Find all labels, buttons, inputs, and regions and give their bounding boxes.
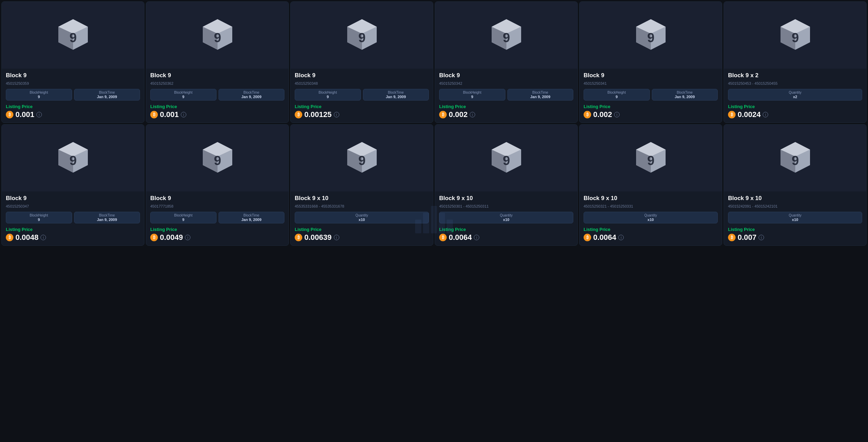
card-tag: Quantityx10	[439, 212, 573, 223]
card-title: Block 9	[295, 72, 429, 79]
info-icon[interactable]: i	[36, 112, 42, 117]
svg-text:9: 9	[791, 153, 799, 168]
card-tag: BlockTimeJan 9, 2009	[652, 89, 718, 101]
info-icon[interactable]: i	[618, 235, 624, 240]
card-title: Block 9	[439, 72, 573, 79]
listing-price-row: ₿0.001i	[150, 110, 284, 119]
card-body: Block 945015250341BlockHeight9BlockTimeJ…	[579, 69, 722, 123]
card-id: 45015250347	[6, 204, 140, 208]
nft-card[interactable]: 9 Block 945015250348BlockHeight9BlockTim…	[290, 1, 433, 123]
card-image: 9	[2, 2, 144, 69]
nft-card[interactable]: 9 Block 945015250342BlockHeight9BlockTim…	[435, 1, 578, 123]
card-id: 45015250362	[150, 81, 284, 85]
price-value: 0.00125	[304, 110, 332, 119]
tag-value: Jan 9, 2009	[367, 95, 425, 99]
svg-text:9: 9	[647, 31, 654, 45]
card-title: Block 9 x 10	[584, 195, 718, 202]
card-id: 45015250359	[6, 81, 140, 85]
tag-value: Jan 9, 2009	[511, 95, 570, 99]
card-tags: BlockHeight9BlockTimeJan 9, 2009	[6, 212, 140, 223]
svg-text:9: 9	[69, 31, 77, 45]
info-icon[interactable]: i	[614, 112, 620, 117]
info-icon[interactable]: i	[334, 112, 339, 117]
btc-icon: ₿	[150, 234, 158, 241]
card-tags: Quantityx10	[584, 212, 718, 223]
card-title: Block 9 x 10	[439, 195, 573, 202]
tag-label: BlockHeight	[154, 91, 213, 94]
listing-section: Listing Price₿0.001i	[150, 104, 284, 119]
listing-label: Listing Price	[150, 227, 284, 232]
card-body: Block 9 x 245015250453 - 45015250455Quan…	[724, 69, 866, 123]
nft-card[interactable]: 9 Block 945015250362BlockHeight9BlockTim…	[146, 1, 289, 123]
card-tag: Quantityx2	[728, 89, 862, 101]
card-tag: BlockTimeJan 9, 2009	[219, 89, 285, 101]
listing-label: Listing Price	[150, 104, 284, 109]
listing-section: Listing Price₿0.0064i	[584, 227, 718, 242]
tag-label: BlockHeight	[10, 91, 68, 94]
nft-card[interactable]: 9 Block 9 x 245015250453 - 45015250455Qu…	[724, 1, 867, 123]
listing-label: Listing Price	[584, 227, 718, 232]
info-icon[interactable]: i	[474, 235, 479, 240]
tag-label: Quantity	[587, 213, 714, 217]
tag-label: BlockHeight	[587, 91, 646, 94]
price-value: 0.0024	[738, 110, 761, 119]
info-icon[interactable]: i	[181, 112, 186, 117]
card-tag: BlockTimeJan 9, 2009	[74, 89, 140, 101]
info-icon[interactable]: i	[40, 235, 46, 240]
card-id: 45015250453 - 45015250455	[728, 81, 862, 85]
price-value: 0.007	[738, 233, 756, 242]
tag-value: Jan 9, 2009	[78, 218, 137, 222]
card-id: 45015250342	[439, 81, 573, 85]
price-value: 0.0048	[15, 233, 38, 242]
card-tags: Quantityx10	[295, 212, 429, 223]
tag-value: Jan 9, 2009	[222, 95, 281, 99]
listing-section: Listing Price₿0.0049i	[150, 227, 284, 242]
price-value: 0.002	[449, 110, 468, 119]
tag-value: Jan 9, 2009	[78, 95, 137, 99]
svg-text:9: 9	[69, 153, 77, 168]
info-icon[interactable]: i	[185, 235, 190, 240]
info-icon[interactable]: i	[470, 112, 475, 117]
nft-card[interactable]: 9 Block 945015250347BlockHeight9BlockTim…	[1, 124, 144, 246]
tag-value: 9	[443, 95, 502, 99]
nft-card[interactable]: 9 Block 9 x 1045015242091 - 45015242101Q…	[724, 124, 867, 246]
card-body: Block 945015250359BlockHeight9BlockTimeJ…	[2, 69, 144, 123]
card-tag: BlockTimeJan 9, 2009	[219, 212, 285, 223]
card-id: 45015250301 - 45015250311	[439, 204, 573, 208]
nft-card[interactable]: 9 Block 9 x 1045535331668 - 45535331678Q…	[290, 124, 433, 246]
card-id: 45015250321 - 45015250331	[584, 204, 718, 208]
nft-card[interactable]: 9 Block 945017771858BlockHeight9BlockTim…	[146, 124, 289, 246]
listing-price-row: ₿0.002i	[584, 110, 718, 119]
listing-label: Listing Price	[295, 104, 429, 109]
card-title: Block 9 x 2	[728, 72, 862, 79]
listing-label: Listing Price	[584, 104, 718, 109]
nft-card[interactable]: 9 Block 9 x 1045015250321 - 45015250331Q…	[579, 124, 722, 246]
svg-text:9: 9	[647, 153, 654, 168]
tag-label: BlockHeight	[10, 213, 68, 217]
card-tags: BlockHeight9BlockTimeJan 9, 2009	[150, 212, 284, 223]
listing-section: Listing Price₿0.002i	[584, 104, 718, 119]
card-image: 9	[579, 2, 722, 69]
price-value: 0.00639	[304, 233, 332, 242]
info-icon[interactable]: i	[759, 235, 764, 240]
svg-text:9: 9	[503, 153, 510, 168]
listing-label: Listing Price	[728, 227, 862, 232]
card-image: 9	[291, 125, 433, 191]
card-tags: BlockHeight9BlockTimeJan 9, 2009	[295, 89, 429, 101]
nft-card[interactable]: 9 Block 945015250359BlockHeight9BlockTim…	[1, 1, 144, 123]
tag-label: BlockHeight	[443, 91, 502, 94]
nft-card[interactable]: 9 Block 945015250341BlockHeight9BlockTim…	[579, 1, 722, 123]
tag-value: 9	[298, 95, 357, 99]
svg-text:9: 9	[503, 31, 510, 45]
btc-icon: ₿	[6, 111, 13, 118]
nft-card[interactable]: 9 Block 9 x 1045015250301 - 45015250311Q…	[435, 124, 578, 246]
card-id: 45535331668 - 45535331678	[295, 204, 429, 208]
card-title: Block 9 x 10	[728, 195, 862, 202]
btc-icon: ₿	[439, 111, 447, 118]
card-body: Block 9 x 1045015242091 - 45015242101Qua…	[724, 191, 866, 245]
btc-icon: ₿	[439, 234, 447, 241]
info-icon[interactable]: i	[334, 235, 339, 240]
card-tag: BlockTimeJan 9, 2009	[74, 212, 140, 223]
info-icon[interactable]: i	[763, 112, 768, 117]
card-tag: BlockHeight9	[6, 212, 72, 223]
